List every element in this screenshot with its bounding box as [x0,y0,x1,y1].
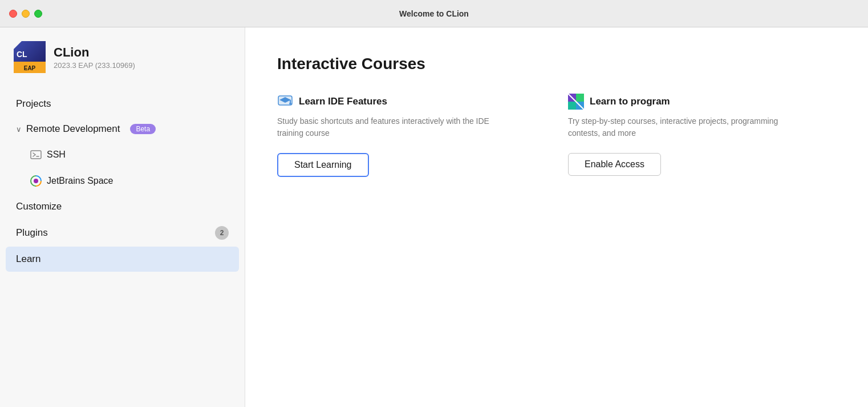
sidebar-item-ssh[interactable]: SSH [0,142,245,168]
page-title: Interactive Courses [277,55,836,73]
close-button[interactable] [9,10,17,18]
space-logo-icon [30,175,42,187]
course-desc-program: Try step-by-step courses, interactive pr… [568,115,796,139]
sidebar-item-remote-development[interactable]: ∨ Remote Development Beta [0,116,245,142]
svg-text:CL: CL [17,50,27,59]
sidebar-item-learn[interactable]: Learn [6,247,239,272]
sidebar-app-info: CLion 2023.3 EAP (233.10969) [54,45,135,70]
sidebar-logo-area: CL EAP CLion 2023.3 EAP (233.10969) [0,41,245,91]
title-bar: Welcome to CLion [0,0,868,27]
learn-program-icon [568,94,584,110]
app-name: CLion [54,45,135,60]
sidebar-nav: Projects ∨ Remote Development Beta SSH [0,91,245,407]
sidebar-item-projects[interactable]: Projects [0,91,245,116]
chevron-down-icon: ∨ [16,125,22,134]
ssh-label: SSH [47,150,66,160]
plugins-badge: 2 [215,226,229,240]
clion-logo-icon: CL EAP [14,41,46,73]
svg-point-12 [289,103,291,104]
course-title-ide: Learn IDE Features [299,96,387,107]
sidebar-item-customize[interactable]: Customize [0,194,245,219]
start-learning-button[interactable]: Start Learning [277,153,369,177]
space-label: JetBrains Space [47,176,113,186]
course-header-program: Learn to program [568,94,836,110]
ssh-icon [30,148,42,161]
course-card-learn-ide: Learn IDE Features Study basic shortcuts… [277,94,545,177]
app-body: CL EAP CLion 2023.3 EAP (233.10969) Proj… [0,27,868,407]
svg-text:EAP: EAP [24,65,36,71]
svg-point-7 [34,179,38,183]
traffic-lights [9,10,42,18]
maximize-button[interactable] [34,10,42,18]
minimize-button[interactable] [22,10,30,18]
content-area: Interactive Courses Learn IDE Features [245,27,868,407]
courses-grid: Learn IDE Features Study basic shortcuts… [277,94,836,177]
plugins-label: Plugins [16,227,48,239]
course-card-learn-program: Learn to program Try step-by-step course… [568,94,836,177]
svg-rect-15 [568,102,576,110]
jetbrains-space-icon [30,175,42,187]
sidebar-item-plugins[interactable]: Plugins 2 [0,219,245,247]
customize-label: Customize [16,201,62,212]
course-header-ide: Learn IDE Features [277,94,545,110]
sidebar: CL EAP CLion 2023.3 EAP (233.10969) Proj… [0,27,245,407]
svg-rect-14 [576,94,584,102]
learn-ide-icon [277,94,293,110]
course-desc-ide: Study basic shortcuts and features inter… [277,115,505,139]
course-title-program: Learn to program [590,96,670,107]
window-title: Welcome to CLion [399,9,469,18]
learn-label: Learn [16,253,40,265]
enable-access-button[interactable]: Enable Access [568,153,661,176]
beta-badge: Beta [130,124,156,134]
projects-label: Projects [16,98,51,110]
sidebar-item-jetbrains-space[interactable]: JetBrains Space [0,168,245,194]
ssh-terminal-icon [30,150,42,159]
app-version: 2023.3 EAP (233.10969) [54,61,135,70]
remote-development-label: Remote Development [26,123,120,135]
